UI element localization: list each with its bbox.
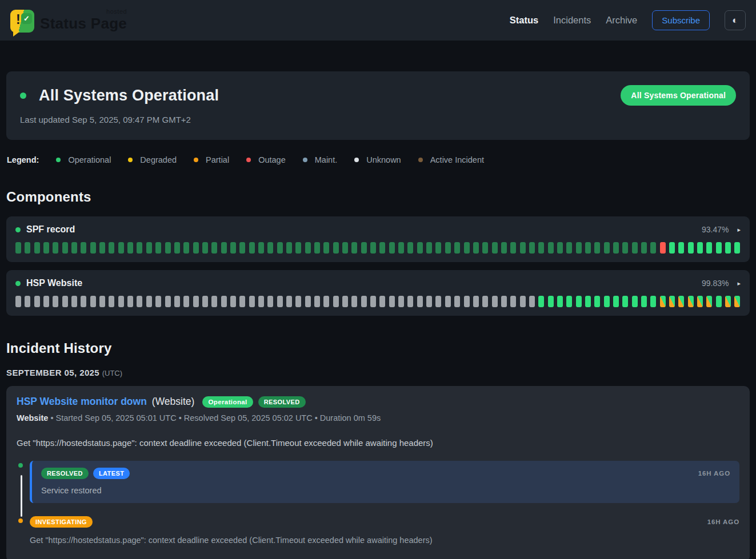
legend-item-degraded: Degraded	[128, 155, 177, 164]
subscribe-button[interactable]: Subscribe	[652, 10, 710, 30]
incident-card: HSP Website monitor down (Website) Opera…	[6, 386, 750, 559]
uptime-bar-unknown	[109, 296, 114, 307]
uptime-bar-operational-dim	[305, 242, 311, 254]
component-card-hsp-website: HSP Website 99.83% ▸	[6, 270, 750, 316]
uptime-bar-operational-dim	[641, 242, 647, 254]
brand-superscript: hosted	[106, 8, 127, 15]
component-header-row[interactable]: HSP Website 99.83% ▸	[15, 278, 741, 288]
uptime-bar-operational	[594, 296, 600, 307]
uptime-bar-operational-dim	[342, 242, 348, 254]
uptime-bar-operational	[716, 296, 722, 307]
timeline-dot-resolved-icon	[17, 461, 25, 469]
uptime-bar-unknown	[183, 296, 189, 307]
uptime-bar-unknown	[53, 296, 58, 307]
uptime-percentage: 99.83%	[702, 279, 729, 288]
uptime-bar-operational-dim	[90, 242, 96, 254]
uptime-bar-unknown	[398, 296, 404, 307]
operational-dot-icon	[56, 158, 61, 162]
checkmark-icon: ✓	[21, 13, 32, 24]
uptime-bar-unknown	[314, 296, 320, 307]
brand[interactable]: ! ✓ hosted Status Page	[10, 8, 127, 33]
uptime-bar-partial-mixed	[697, 296, 703, 307]
components-heading: Components	[6, 189, 750, 205]
uptime-bar-operational-dim	[258, 242, 264, 254]
uptime-bar-operational	[669, 242, 675, 254]
uptime-bar-unknown	[81, 296, 86, 307]
speech-bubble-tail	[13, 31, 20, 37]
uptime-bar-operational	[706, 242, 712, 254]
uptime-bar-operational	[604, 296, 610, 307]
exclamation-icon: !	[16, 12, 21, 27]
uptime-bar-operational	[650, 296, 656, 307]
incident-meta: Website • Started Sep 05, 2025 05:01 UTC…	[17, 413, 739, 423]
uptime-bar-unknown	[43, 296, 49, 307]
uptime-bar-operational-dim	[351, 242, 357, 254]
uptime-bar-operational-dim	[426, 242, 432, 254]
uptime-bar-unknown	[239, 296, 245, 307]
uptime-bar-operational-dim	[34, 242, 40, 254]
uptime-bar-unknown	[137, 296, 142, 307]
uptime-bar-unknown	[351, 296, 357, 307]
incident-title-link[interactable]: HSP Website monitor down	[17, 396, 147, 408]
legend-item-label: Outage	[258, 155, 286, 164]
brand-logo-icon: ! ✓	[10, 10, 34, 33]
degraded-dot-icon	[128, 158, 133, 162]
uptime-bar-operational	[557, 296, 563, 307]
uptime-bar-unknown	[90, 296, 96, 307]
uptime-bar-operational-dim	[482, 242, 488, 254]
overall-status-card: All Systems Operational All Systems Oper…	[6, 71, 750, 140]
uptime-bar-operational	[632, 296, 638, 307]
incident-date-heading: SEPTEMBER 05, 2025 (UTC)	[6, 368, 750, 377]
uptime-bar-partial-mixed	[688, 296, 694, 307]
theme-toggle-icon: ◐	[732, 15, 738, 26]
uptime-bar-operational-dim	[585, 242, 591, 254]
update-message: Get "https://hostedstatus.page": context…	[30, 536, 739, 545]
uptime-bar-unknown	[379, 296, 385, 307]
uptime-bar-partial-mixed	[725, 296, 731, 307]
resolved-badge: RESOLVED	[41, 468, 89, 479]
uptime-bar-operational-dim	[613, 242, 619, 254]
uptime-bar-operational-dim	[594, 242, 600, 254]
uptime-bar-unknown	[221, 296, 227, 307]
uptime-bar-unknown	[286, 296, 292, 307]
uptime-bar-unknown	[426, 296, 432, 307]
legend-label: Legend:	[7, 155, 39, 164]
uptime-bar-operational-dim	[510, 242, 516, 254]
uptime-bar-unknown	[305, 296, 311, 307]
theme-toggle-button[interactable]: ◐	[725, 10, 746, 30]
uptime-bar-operational-dim	[314, 242, 320, 254]
uptime-bar-unknown	[435, 296, 441, 307]
uptime-bar-operational-dim	[25, 242, 30, 254]
uptime-bar-unknown	[71, 296, 77, 307]
uptime-bar-unknown	[127, 296, 133, 307]
uptime-bar-operational-dim	[473, 242, 479, 254]
legend-item-operational: Operational	[56, 155, 111, 164]
uptime-bar-operational-dim	[118, 242, 124, 254]
uptime-bar-operational-dim	[389, 242, 395, 254]
uptime-bar-operational-dim	[501, 242, 507, 254]
uptime-bar-unknown	[361, 296, 367, 307]
uptime-bar-operational-dim	[99, 242, 105, 254]
expand-chevron-icon[interactable]: ▸	[737, 226, 741, 234]
uptime-bar-operational-dim	[146, 242, 152, 254]
uptime-bar-operational-dim	[286, 242, 292, 254]
uptime-bar-operational-dim	[71, 242, 77, 254]
uptime-bar-operational-dim	[15, 242, 21, 254]
uptime-bar-operational-dim	[202, 242, 208, 254]
incident-timeline: RESOLVED LATEST 16H AGO Service restored…	[17, 461, 739, 545]
update-message: Service restored	[41, 486, 730, 495]
uptime-bar-unknown	[370, 296, 376, 307]
legend-item-unknown: Unknown	[354, 155, 401, 164]
uptime-bar-unknown	[249, 296, 255, 307]
nav-archive[interactable]: Archive	[606, 15, 637, 26]
component-header-row[interactable]: SPF record 93.47% ▸	[15, 224, 741, 235]
uptime-bar-unknown	[323, 296, 329, 307]
main-nav: Status Incidents Archive Subscribe ◐	[510, 10, 746, 30]
uptime-bar-operational-dim	[333, 242, 339, 254]
uptime-bar-operational-dim	[632, 242, 638, 254]
nav-status[interactable]: Status	[510, 15, 538, 26]
expand-chevron-icon[interactable]: ▸	[737, 280, 741, 287]
nav-incidents[interactable]: Incidents	[553, 15, 591, 26]
incident-date: SEPTEMBER 05, 2025	[6, 368, 99, 377]
uptime-bar-operational	[678, 242, 684, 254]
